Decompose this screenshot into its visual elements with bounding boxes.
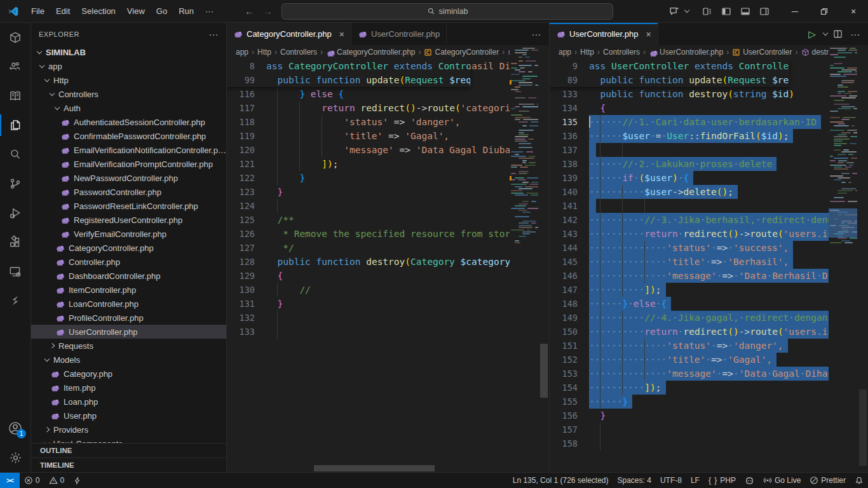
chevron-down-icon[interactable] bbox=[684, 8, 689, 13]
split-editor-icon[interactable] bbox=[830, 27, 845, 42]
close-icon[interactable]: × bbox=[646, 29, 651, 39]
toggle-panel-icon[interactable] bbox=[736, 0, 755, 22]
code-line[interactable]: 156 } bbox=[550, 409, 829, 423]
breadcrumb-item[interactable]: UserController.php bbox=[649, 48, 723, 57]
code-line[interactable]: 116 } else { bbox=[227, 87, 510, 101]
tree-item[interactable]: PasswordResetLinkController.php bbox=[31, 199, 226, 213]
activity-organization-icon[interactable] bbox=[0, 52, 31, 81]
status-go-live[interactable]: Go Live bbox=[759, 473, 805, 488]
code-line[interactable]: 150··········return·redirect()->route('u… bbox=[550, 325, 829, 339]
activity-account-icon[interactable]: 1 bbox=[0, 414, 31, 443]
more-actions-icon[interactable]: ··· bbox=[529, 27, 544, 42]
tree-item[interactable]: EmailVerificationNotificationController.… bbox=[31, 143, 226, 157]
code-line[interactable]: 121 ]); bbox=[227, 157, 510, 171]
code-line[interactable]: 147··········]); bbox=[550, 283, 829, 297]
tree-item[interactable]: AuthenticatedSessionController.php bbox=[31, 115, 226, 129]
status-ln-135-col-1-726-sel[interactable]: Ln 135, Col 1 (726 selected) bbox=[508, 473, 613, 488]
code-line[interactable]: 122 } bbox=[227, 171, 510, 185]
code-line[interactable]: 149··········//·4.·Jika·gagal,·redirect·… bbox=[550, 311, 829, 325]
tree-item[interactable]: RegisteredUserController.php bbox=[31, 213, 226, 227]
tree-item[interactable]: UserController.php bbox=[31, 325, 226, 339]
back-arrow-icon[interactable]: ← bbox=[245, 6, 254, 17]
code-line[interactable]: 152··············'title'·=>·'Gagal', bbox=[550, 353, 829, 367]
tab-CategoryController.php[interactable]: CategoryController.php× bbox=[227, 23, 351, 45]
code-editor[interactable]: 114 'message' => 'Data Berhasil Diubah!'… bbox=[227, 59, 510, 472]
code-editor[interactable]: 131 }132133 public function destroy(stri… bbox=[550, 59, 829, 472]
code-line[interactable]: 124 bbox=[227, 199, 510, 213]
close-window-button[interactable]: × bbox=[839, 0, 868, 22]
section-outline[interactable]: OUTLINE bbox=[31, 443, 226, 458]
activity-remote-explorer-icon[interactable] bbox=[0, 257, 31, 286]
code-line[interactable]: 118 'status' => 'danger', bbox=[227, 115, 510, 129]
activity-book-icon[interactable] bbox=[0, 81, 31, 111]
tree-item[interactable]: app bbox=[31, 59, 226, 73]
code-line[interactable]: 123 } bbox=[227, 185, 510, 199]
tree-item[interactable]: DashboardController.php bbox=[31, 269, 226, 283]
menu-item-run[interactable]: Run bbox=[173, 4, 200, 19]
toggle-secondary-sidebar-icon[interactable] bbox=[755, 0, 774, 22]
code-line[interactable]: 133 bbox=[227, 325, 510, 339]
activity-s-logo-icon[interactable] bbox=[0, 286, 31, 315]
minimap[interactable] bbox=[510, 45, 538, 472]
tree-item[interactable]: EmailVerificationPromptController.php bbox=[31, 157, 226, 171]
code-line[interactable]: 140··········$user->delete(); bbox=[550, 185, 829, 199]
tree-item[interactable]: Controllers bbox=[31, 87, 226, 101]
status-bolt-icon[interactable] bbox=[69, 473, 86, 488]
status-prettier[interactable]: Prettier bbox=[805, 473, 850, 488]
code-line[interactable]: 154··········]); bbox=[550, 381, 829, 395]
activity-files-icon[interactable] bbox=[0, 111, 31, 140]
activity-package-icon[interactable] bbox=[0, 23, 31, 52]
menu-item-view[interactable]: View bbox=[121, 4, 151, 19]
status-copilot-icon[interactable] bbox=[740, 473, 759, 488]
minimize-button[interactable]: ─ bbox=[780, 0, 810, 22]
tree-item[interactable]: Controller.php bbox=[31, 255, 226, 269]
code-line[interactable]: 131 } bbox=[227, 297, 510, 311]
tree-item[interactable]: Providers bbox=[31, 423, 226, 437]
menu-item-file[interactable]: File bbox=[25, 4, 50, 19]
run-code-icon[interactable]: ▷ bbox=[804, 27, 820, 42]
tree-item[interactable]: Requests bbox=[31, 339, 226, 353]
code-line[interactable]: 130 // bbox=[227, 283, 510, 297]
vertical-scrollbar[interactable] bbox=[540, 344, 548, 398]
tree-item[interactable]: User.php bbox=[31, 409, 226, 423]
code-line[interactable]: 148······}·else·{ bbox=[550, 297, 829, 311]
menu-item-moremoremore[interactable]: ··· bbox=[200, 4, 219, 19]
code-line[interactable]: 142··········//·3.·Jika·berhasil,·redire… bbox=[550, 213, 829, 227]
tree-item[interactable]: Http bbox=[31, 73, 226, 87]
close-icon[interactable]: × bbox=[339, 29, 344, 39]
code-line[interactable]: 9ass UserController extends Controller bbox=[550, 59, 789, 73]
breadcrumb-item[interactable]: CategoryController bbox=[424, 48, 499, 57]
remote-indicator[interactable]: >< bbox=[0, 473, 20, 488]
code-line[interactable]: 158 bbox=[550, 437, 829, 451]
command-center-search[interactable]: siminlab bbox=[281, 3, 613, 20]
breadcrumb-item[interactable]: UserController bbox=[732, 48, 792, 57]
breadcrumb-item[interactable]: Controllers bbox=[603, 48, 640, 57]
copilot-chat-icon[interactable] bbox=[665, 0, 684, 22]
activity-extensions-icon[interactable] bbox=[0, 227, 31, 257]
code-line[interactable]: 141 bbox=[550, 199, 829, 213]
menu-item-selection[interactable]: Selection bbox=[76, 4, 121, 19]
code-line[interactable]: 99 public function update(Request $reque… bbox=[227, 73, 470, 87]
more-actions-icon[interactable]: ··· bbox=[848, 27, 863, 42]
tree-item[interactable]: Loan.php bbox=[31, 395, 226, 409]
code-line[interactable]: 139······if·($user)·{ bbox=[550, 171, 829, 185]
menu-item-go[interactable]: Go bbox=[151, 4, 173, 19]
tree-item[interactable]: Models bbox=[31, 353, 226, 367]
explorer-more-actions-icon[interactable]: ··· bbox=[209, 29, 219, 39]
breadcrumb-item[interactable]: Http bbox=[580, 48, 594, 57]
status-lf[interactable]: LF bbox=[686, 473, 704, 488]
code-line[interactable]: 135······//·1.·Cari·data·user·berdasarka… bbox=[550, 115, 829, 129]
code-line[interactable]: 89 public function update(Request $reque… bbox=[550, 73, 789, 87]
tree-item[interactable]: Item.php bbox=[31, 381, 226, 395]
code-line[interactable]: 151··············'status'·=>·'danger', bbox=[550, 339, 829, 353]
restore-button[interactable] bbox=[810, 0, 839, 22]
code-line[interactable]: 136······$user·=·User::findOrFail($id); bbox=[550, 129, 829, 143]
status-php[interactable]: { }PHP bbox=[704, 473, 740, 488]
tree-item[interactable]: ItemController.php bbox=[31, 283, 226, 297]
status-bell-icon[interactable] bbox=[850, 473, 868, 488]
tree-item[interactable]: PasswordController.php bbox=[31, 185, 226, 199]
status-warning-icon[interactable]: 0 bbox=[44, 473, 69, 488]
code-line[interactable]: 132 bbox=[227, 311, 510, 325]
status-spaces-4[interactable]: Spaces: 4 bbox=[613, 473, 656, 488]
breadcrumb-item[interactable]: Http bbox=[257, 48, 271, 57]
